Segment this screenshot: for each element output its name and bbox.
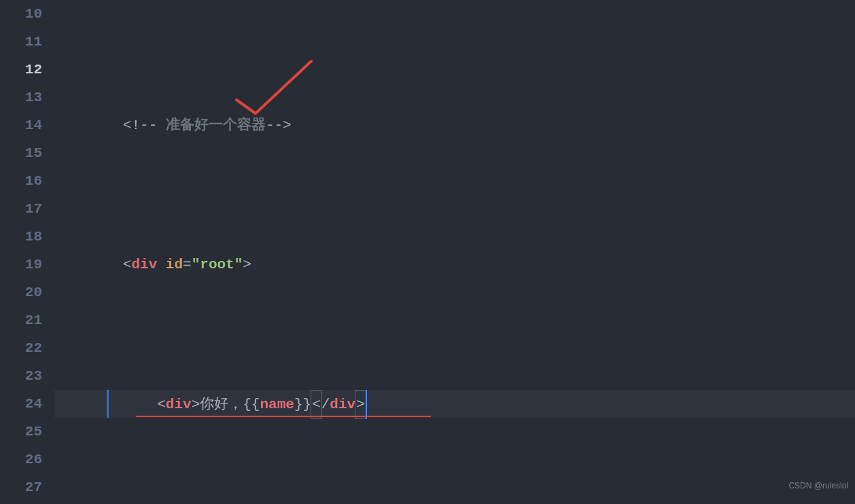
line-number: 19 <box>0 251 42 278</box>
line-number: 27 <box>0 473 42 501</box>
bracket-match: < <box>311 390 322 419</box>
line-number: 17 <box>0 195 42 223</box>
line-number: 22 <box>0 334 42 362</box>
line-number: 25 <box>0 418 42 446</box>
line-number: 21 <box>0 306 42 334</box>
code-area[interactable]: <!-- 准备好一个容器--> <div id="root"> <div>你好，… <box>54 0 855 504</box>
line-number: 20 <box>0 278 42 306</box>
watermark-text: CSDN @ruleslol <box>788 472 848 500</box>
annotation-checkmark-icon <box>230 56 325 117</box>
line-number: 26 <box>0 446 42 473</box>
code-editor[interactable]: 10 11 12 13 14 15 16 17 18 19 20 21 22 2… <box>0 0 855 504</box>
line-number: 14 <box>0 111 42 139</box>
line-number: 13 <box>0 84 42 111</box>
line-number-current: 12 <box>0 56 42 84</box>
code-line[interactable]: <!-- 准备好一个容器--> <box>54 111 855 139</box>
line-number: 18 <box>0 223 42 251</box>
git-marker <box>107 390 109 418</box>
line-number-gutter: 10 11 12 13 14 15 16 17 18 19 20 21 22 2… <box>0 0 54 504</box>
line-number: 24 <box>0 390 42 418</box>
code-line[interactable]: <div id="root"> <box>54 251 855 278</box>
line-number: 23 <box>0 362 42 390</box>
line-number: 15 <box>0 139 42 167</box>
line-number: 16 <box>0 167 42 195</box>
bracket-match: > <box>355 390 367 419</box>
line-number: 11 <box>0 28 42 56</box>
line-number: 10 <box>0 0 42 28</box>
comment-text: 准备好一个容器 <box>166 118 266 133</box>
code-line-current[interactable]: <div>你好，{{name}}</div> <box>54 390 855 418</box>
